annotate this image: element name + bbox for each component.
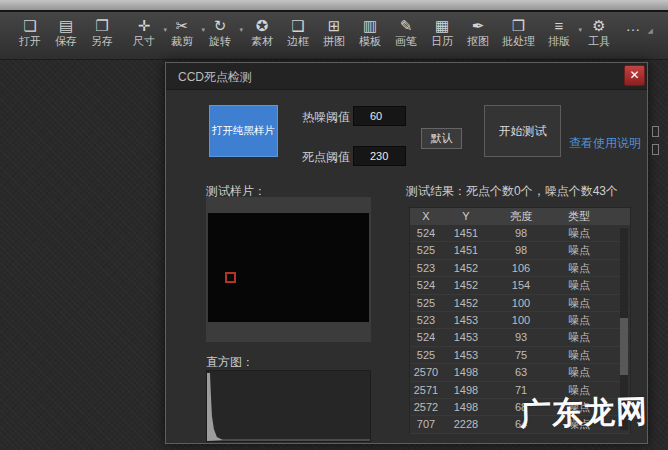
table-row[interactable]: 5231453100噪点 [410,312,630,329]
toolbar-item-label: 模板 [359,35,381,48]
toolbar-item-collage[interactable]: ⊞ 拼图 [322,17,346,48]
table-cell: 1453 [442,347,490,364]
close-icon[interactable]: ✕ [624,65,645,86]
more-ellipsis-icon: … [626,17,641,34]
table-cell: 噪点 [552,347,606,364]
histogram-label: 直方图： [206,354,254,371]
open-black-sample-button[interactable]: 打开纯黑样片 [209,105,278,157]
toolbar-item-more[interactable]: … ◢ [621,17,645,35]
table-cell: 106 [490,260,552,277]
batch-process-icon: ❒ [512,17,525,34]
histogram-spike [207,371,370,441]
table-cell: 100 [490,312,552,329]
toolbar-item-label: 日历 [431,35,453,48]
template-icon: ▥ [363,17,377,34]
dialog-title: CCD死点检测 [178,69,252,86]
dropdown-caret-icon[interactable]: ▾ [201,26,205,34]
toolbar-item-label: 边框 [287,35,309,48]
table-cell: 1452 [442,260,490,277]
table-cell: 噪点 [552,260,606,277]
resize-icon: ✛ [138,17,151,34]
results-table-header: XY亮度类型 [410,208,630,225]
dead-pixel-threshold-input[interactable] [353,146,406,166]
table-row[interactable]: 524145198噪点 [410,225,630,242]
table-cell: 2570 [410,364,442,381]
dialog-body: 打开纯黑样片 热噪阈值： 死点阈值： 默认 开始测试 查看使用说明 测试样片： … [166,90,647,444]
toolbar-item-label: 拼图 [323,35,345,48]
table-cell: 1498 [442,382,490,399]
table-cell: 524 [410,277,442,294]
noise-marker-icon [225,272,236,283]
frame-icon: ❑ [291,17,304,34]
toolbar-item-brush[interactable]: ✎ 画笔 [394,17,418,48]
toolbar-item-label: 排版 [548,35,570,48]
toolbar-item-template[interactable]: ▥ 模板 [358,17,382,48]
column-header: 亮度 [490,208,552,225]
table-cell: 2571 [410,382,442,399]
toolbar-item-save[interactable]: ▤ 保存 [54,17,78,48]
toolbar-item-save-as[interactable]: ❐ 另存 [90,17,114,48]
toolbar-item-material[interactable]: ✪ 素材 [250,17,274,48]
dropdown-caret-icon[interactable]: ▾ [578,26,582,34]
toolbar-item-batch[interactable]: ❒ 批处理 [502,17,535,48]
table-row[interactable]: 5231452106噪点 [410,260,630,277]
table-row[interactable]: 5251452100噪点 [410,295,630,312]
table-cell: 2572 [410,399,442,416]
table-cell: 523 [410,260,442,277]
table-row[interactable]: 525145375噪点 [410,347,630,364]
dropdown-caret-icon[interactable]: ▾ [239,26,243,34]
table-cell: 1453 [442,329,490,346]
table-cell: 525 [410,347,442,364]
toolbar-item-label: 画笔 [395,35,417,48]
toolbar-item-label: 另存 [91,35,113,48]
toolbar-item-resize[interactable]: ✛ 尺寸 ▾ [132,17,156,48]
save-as-icon: ❐ [95,17,108,34]
toolbar-item-label: 批处理 [502,35,535,48]
toolbar-item-rotate[interactable]: ↻ 旋转 ▾ [208,17,232,48]
dropdown-caret-icon[interactable]: ▾ [163,26,167,34]
table-cell: 75 [490,347,552,364]
toolbar-item-frame[interactable]: ❑ 边框 [286,17,310,48]
screen: ❏ 打开 ▤ 保存 ❐ 另存 ✛ 尺寸 ▾ ✂ 裁剪 ▾ ↻ 旋转 ▾ ✪ 素材… [0,0,668,450]
toolbar-item-open[interactable]: ❏ 打开 [18,17,42,48]
column-header: Y [442,208,490,225]
table-cell: 1498 [442,364,490,381]
table-cell: 63 [490,364,552,381]
table-cell: 154 [490,277,552,294]
brush-icon: ✎ [400,17,413,34]
save-icon: ▤ [59,17,73,34]
default-button[interactable]: 默认 [421,128,462,149]
table-row[interactable]: 2570149863噪点 [410,364,630,381]
table-cell: 525 [410,295,442,312]
crop-icon: ✂ [176,17,189,34]
table-row[interactable]: 524145393噪点 [410,329,630,346]
calendar-icon: ▦ [435,17,449,34]
table-row[interactable]: 5241452154噪点 [410,277,630,294]
tools-gear-icon: ⚙ [592,17,605,34]
table-row[interactable]: 525145198噪点 [410,242,630,259]
table-cell: 噪点 [552,277,606,294]
toolbar-item-label: 素材 [251,35,273,48]
toolbar-item-label: 保存 [55,35,77,48]
table-cell: 98 [490,225,552,242]
table-cell: 1498 [442,399,490,416]
table-cell: 707 [410,416,442,433]
toolbar-item-cutout[interactable]: ✒ 抠图 [466,17,490,48]
scrollbar-thumb[interactable] [620,318,628,375]
dialog-titlebar[interactable]: CCD死点检测 ✕ [166,63,647,90]
toolbar-item-calendar[interactable]: ▦ 日历 [430,17,454,48]
table-cell: 噪点 [552,295,606,312]
start-test-button[interactable]: 开始测试 [484,105,561,157]
hot-noise-threshold-input[interactable] [353,106,406,126]
usage-help-link[interactable]: 查看使用说明 [569,135,641,152]
toolbar-item-label: 裁剪 [171,35,193,48]
toolbar-item-layout[interactable]: ≡ 排版 ▾ [547,17,571,48]
toolbar-item-crop[interactable]: ✂ 裁剪 ▾ [170,17,194,48]
table-cell: 噪点 [552,312,606,329]
table-cell: 523 [410,312,442,329]
table-cell: 1452 [442,277,490,294]
toolbar-item-label: 旋转 [209,35,231,48]
toolbar-item-label: 打开 [19,35,41,48]
toolbar-item-tools[interactable]: ⚙ 工具 [587,17,611,48]
table-cell: 1451 [442,242,490,259]
